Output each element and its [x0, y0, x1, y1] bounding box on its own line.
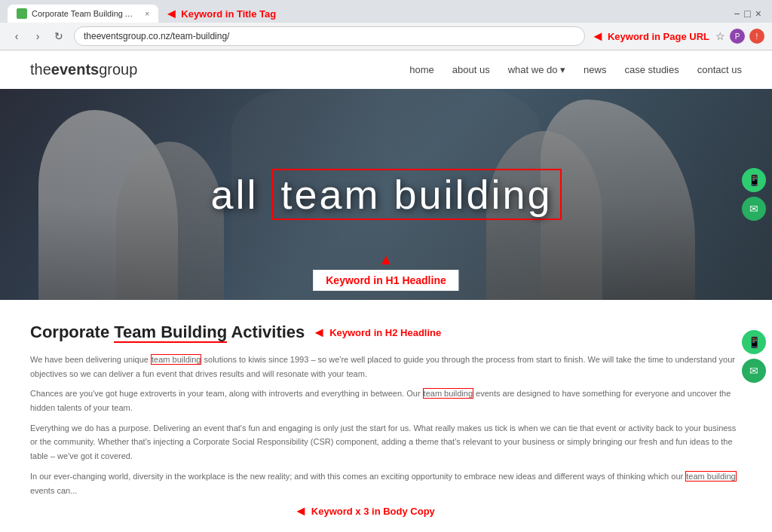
hero-title-prefix: all	[210, 172, 271, 217]
minimize-button[interactable]: −	[734, 8, 740, 20]
title-tag-arrow: ◄	[164, 6, 178, 22]
site-logo: theeventsgroup	[30, 61, 137, 78]
body-paragraph-3: Everything we do has a purpose. Deliveri…	[30, 421, 742, 463]
nav-links: home about us what we do ▾ news case stu…	[409, 64, 742, 75]
nav-case-studies[interactable]: case studies	[624, 64, 679, 75]
nav-what-we-do[interactable]: what we do ▾	[508, 64, 565, 75]
hero-title-keyword: team building	[271, 169, 561, 220]
body-paragraph-2: Chances are you've got huge extroverts i…	[30, 387, 742, 414]
main-email-button[interactable]: ✉	[742, 359, 766, 383]
hero-h1: all team building	[0, 171, 772, 218]
h2-annotation-label: Keyword in H2 Headline	[329, 327, 441, 338]
hero-side-buttons: 📱 ✉	[742, 168, 766, 221]
logo-suffix: group	[99, 61, 137, 78]
main-side-buttons: 📱 ✉	[742, 330, 766, 383]
maximize-button[interactable]: □	[744, 8, 750, 20]
logo-prefix: the	[30, 61, 51, 78]
h1-annotation: ▲ Keyword in H1 Headline	[313, 251, 458, 291]
h2-annotation-arrow: ◄	[312, 325, 326, 341]
body-paragraph-4: In our ever-changing world, diversity in…	[30, 469, 742, 497]
browser-nav-buttons: ‹ › ↻	[8, 27, 68, 45]
h2-keyword: Team Building	[114, 323, 227, 343]
h1-annotation-label: Keyword in H1 Headline	[313, 270, 458, 291]
h2-suffix: Activities	[227, 323, 305, 341]
keyword-page-url-annotation: ◄ Keyword in Page URL	[591, 29, 709, 44]
notification-icon[interactable]: !	[749, 29, 764, 44]
logo-bold: events	[51, 61, 99, 78]
hero-section: all team building ▲ Keyword in H1 Headli…	[0, 89, 772, 300]
h2-annotation: ◄ Keyword in H2 Headline	[312, 325, 441, 341]
nav-home[interactable]: home	[409, 64, 434, 75]
nav-news[interactable]: news	[584, 64, 606, 75]
hero-content: all team building	[0, 171, 772, 218]
keyword-page-url-label: Keyword in Page URL	[608, 31, 709, 42]
body-annotation: ◄ Keyword x 3 in Body Copy	[30, 503, 742, 519]
page-url-arrow: ◄	[591, 29, 605, 44]
body-paragraph-1: We have been delivering unique team buil…	[30, 353, 742, 381]
keyword-inline-3: team building	[685, 471, 736, 482]
bookmark-icon[interactable]: ☆	[715, 30, 725, 42]
nav-about-us[interactable]: about us	[452, 64, 490, 75]
keyword-title-tag-label: Keyword in Title Tag	[181, 8, 276, 20]
person-left-2	[116, 142, 224, 300]
browser-tab-title: Corporate Team Building Activit...	[32, 9, 137, 18]
keyword-inline-1: team building	[151, 354, 201, 365]
h1-annotation-arrow-up: ▲	[313, 251, 458, 268]
close-button[interactable]: ×	[755, 8, 761, 20]
back-button[interactable]: ‹	[8, 27, 26, 45]
profile-icon[interactable]: P	[730, 29, 745, 44]
main-content: Corporate Team Building Activities ◄ Key…	[0, 300, 772, 532]
h2-prefix: Corporate	[30, 323, 114, 341]
hero-phone-button[interactable]: 📱	[742, 168, 766, 192]
main-phone-button[interactable]: 📱	[742, 330, 766, 354]
body-paragraph-4-wrapper: In our ever-changing world, diversity in…	[30, 469, 742, 519]
h2-section: Corporate Team Building Activities ◄ Key…	[30, 323, 742, 342]
body-annotation-arrow: ◄	[294, 503, 308, 519]
keyword-title-tag-annotation: ◄ Keyword in Title Tag	[164, 6, 276, 22]
address-bar[interactable]	[74, 26, 585, 46]
nav-contact-us[interactable]: contact us	[697, 64, 742, 75]
keyword-inline-2: team building	[423, 388, 473, 399]
site-navigation: theeventsgroup home about us what we do …	[0, 50, 772, 89]
tab-favicon	[17, 8, 27, 19]
refresh-button[interactable]: ↻	[50, 27, 68, 45]
h2-headline: Corporate Team Building Activities	[30, 323, 305, 342]
body-annotation-label: Keyword x 3 in Body Copy	[311, 506, 435, 517]
forward-button[interactable]: ›	[29, 27, 47, 45]
tab-close-button[interactable]: ×	[145, 9, 149, 18]
hero-email-button[interactable]: ✉	[742, 197, 766, 221]
